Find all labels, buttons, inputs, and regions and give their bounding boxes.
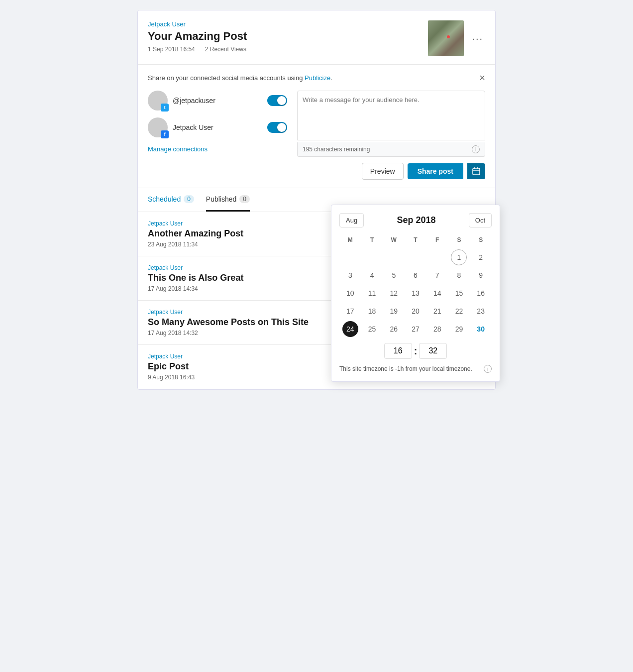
time-minutes-input[interactable] bbox=[419, 343, 447, 359]
twitter-account-name: @jetpackuser bbox=[173, 97, 262, 105]
tab-scheduled[interactable]: Scheduled 0 bbox=[148, 188, 194, 212]
twitter-avatar: t bbox=[148, 91, 168, 111]
cal-day-22[interactable]: 22 bbox=[451, 303, 467, 319]
cal-day-19[interactable]: 19 bbox=[386, 303, 402, 319]
calendar-week-4: 17 18 19 20 21 22 23 bbox=[339, 303, 492, 319]
post-header: Jetpack User Your Amazing Post 1 Sep 201… bbox=[138, 10, 495, 65]
cal-day-7[interactable]: 7 bbox=[429, 267, 445, 283]
day-header-tue: T bbox=[361, 234, 383, 245]
month-year-label: Sep 2018 bbox=[397, 215, 435, 225]
close-button[interactable]: × bbox=[479, 73, 485, 83]
facebook-badge: f bbox=[161, 130, 169, 138]
share-header: Share on your connected social media acc… bbox=[148, 73, 485, 83]
cal-day-11[interactable]: 11 bbox=[364, 285, 380, 301]
characters-remaining: 195 characters remaining bbox=[303, 146, 370, 153]
calendar-header-row: M T W T F S S bbox=[339, 234, 492, 245]
share-post-button[interactable]: Share post bbox=[408, 163, 463, 179]
cal-day-6[interactable]: 6 bbox=[408, 267, 423, 283]
schedule-button[interactable] bbox=[467, 163, 485, 179]
cal-day-20[interactable]: 20 bbox=[408, 303, 423, 319]
tab-published[interactable]: Published 0 bbox=[206, 188, 250, 212]
post-date: 1 Sep 2018 16:54 bbox=[148, 46, 195, 53]
cal-day-13[interactable]: 13 bbox=[408, 285, 423, 301]
twitter-toggle[interactable] bbox=[267, 95, 287, 106]
cal-day-5[interactable]: 5 bbox=[386, 267, 402, 283]
timezone-text: This site timezone is -1h from your loca… bbox=[339, 365, 482, 373]
time-hours-input[interactable] bbox=[384, 343, 412, 359]
cal-day-17[interactable]: 17 bbox=[342, 303, 358, 319]
post-header-right: ··· bbox=[428, 20, 485, 56]
day-header-fri: F bbox=[426, 234, 448, 245]
cal-day-4[interactable]: 4 bbox=[364, 267, 380, 283]
info-icon[interactable]: i bbox=[472, 145, 480, 153]
cal-day-9[interactable]: 9 bbox=[473, 267, 489, 283]
calendar-week-3: 10 11 12 13 14 15 16 bbox=[339, 285, 492, 301]
calendar-icon bbox=[472, 167, 480, 175]
svg-rect-0 bbox=[473, 168, 480, 175]
account-facebook: f Jetpack User bbox=[148, 117, 287, 137]
cal-day-1[interactable]: 1 bbox=[451, 249, 467, 265]
message-counter: 195 characters remaining i bbox=[297, 142, 485, 157]
cal-day-21[interactable]: 21 bbox=[429, 303, 445, 319]
cal-day-8[interactable]: 8 bbox=[451, 267, 467, 283]
post-title: Your Amazing Post bbox=[148, 30, 247, 43]
cal-day-3[interactable]: 3 bbox=[342, 267, 358, 283]
more-options-button[interactable]: ··· bbox=[470, 31, 485, 46]
share-header-text: Share on your connected social media acc… bbox=[148, 74, 332, 82]
cal-day-12[interactable]: 12 bbox=[386, 285, 402, 301]
share-accounts: t @jetpackuser f Jetpack User Manage con… bbox=[148, 91, 287, 157]
cal-day-24-selected[interactable]: 24 bbox=[342, 321, 358, 337]
thumbnail-image bbox=[428, 20, 464, 56]
next-month-button[interactable]: Oct bbox=[469, 213, 492, 227]
tab-published-badge: 0 bbox=[239, 195, 250, 203]
calendar-nav: Aug Sep 2018 Oct bbox=[339, 213, 492, 227]
post-header-left: Jetpack User Your Amazing Post 1 Sep 201… bbox=[148, 20, 247, 53]
tab-scheduled-badge: 0 bbox=[184, 195, 194, 203]
post-views: 2 Recent Views bbox=[205, 46, 246, 53]
facebook-account-name: Jetpack User bbox=[173, 123, 262, 131]
manage-connections-link[interactable]: Manage connections bbox=[148, 145, 208, 153]
share-actions: Preview Share post bbox=[148, 163, 485, 180]
publicize-link[interactable]: Publicize bbox=[305, 74, 330, 82]
cal-day-25[interactable]: 25 bbox=[364, 321, 380, 337]
cal-day-18[interactable]: 18 bbox=[364, 303, 380, 319]
cal-day-14[interactable]: 14 bbox=[429, 285, 445, 301]
message-textarea[interactable] bbox=[297, 91, 485, 140]
cal-day-29[interactable]: 29 bbox=[451, 321, 467, 337]
cal-day-26[interactable]: 26 bbox=[386, 321, 402, 337]
preview-button[interactable]: Preview bbox=[362, 163, 404, 180]
day-header-wed: W bbox=[383, 234, 405, 245]
cal-day-10[interactable]: 10 bbox=[342, 285, 358, 301]
calendar-week-1: 1 2 bbox=[339, 249, 492, 265]
day-header-sat: S bbox=[448, 234, 470, 245]
calendar-grid: M T W T F S S 1 2 3 4 5 bbox=[339, 234, 492, 337]
time-separator: : bbox=[414, 345, 418, 357]
cal-day-15[interactable]: 15 bbox=[451, 285, 467, 301]
time-row: : bbox=[339, 343, 492, 359]
cal-day-28[interactable]: 28 bbox=[429, 321, 445, 337]
main-container: Jetpack User Your Amazing Post 1 Sep 201… bbox=[137, 10, 496, 390]
share-message-area: 195 characters remaining i bbox=[297, 91, 485, 157]
share-body: t @jetpackuser f Jetpack User Manage con… bbox=[148, 91, 485, 157]
post-author: Jetpack User bbox=[148, 20, 247, 28]
day-header-mon: M bbox=[339, 234, 361, 245]
cal-day-2[interactable]: 2 bbox=[473, 249, 489, 265]
cal-day-23[interactable]: 23 bbox=[473, 303, 489, 319]
tab-scheduled-label: Scheduled bbox=[148, 195, 181, 203]
tab-published-label: Published bbox=[206, 195, 237, 203]
calendar-week-2: 3 4 5 6 7 8 9 bbox=[339, 267, 492, 283]
cal-day-16[interactable]: 16 bbox=[473, 285, 489, 301]
day-header-thu: T bbox=[405, 234, 426, 245]
timezone-note: This site timezone is -1h from your loca… bbox=[339, 365, 492, 373]
calendar-week-5: 24 25 26 27 28 29 30 bbox=[339, 321, 492, 337]
prev-month-button[interactable]: Aug bbox=[339, 213, 364, 227]
share-section: Share on your connected social media acc… bbox=[138, 65, 495, 188]
share-text-suffix: . bbox=[330, 74, 332, 82]
cal-day-30-highlighted[interactable]: 30 bbox=[473, 321, 489, 337]
timezone-info-icon[interactable]: i bbox=[484, 365, 492, 373]
day-header-sun: S bbox=[470, 234, 492, 245]
facebook-avatar: f bbox=[148, 117, 168, 137]
facebook-toggle[interactable] bbox=[267, 122, 287, 133]
twitter-badge: t bbox=[161, 104, 169, 112]
cal-day-27[interactable]: 27 bbox=[408, 321, 423, 337]
